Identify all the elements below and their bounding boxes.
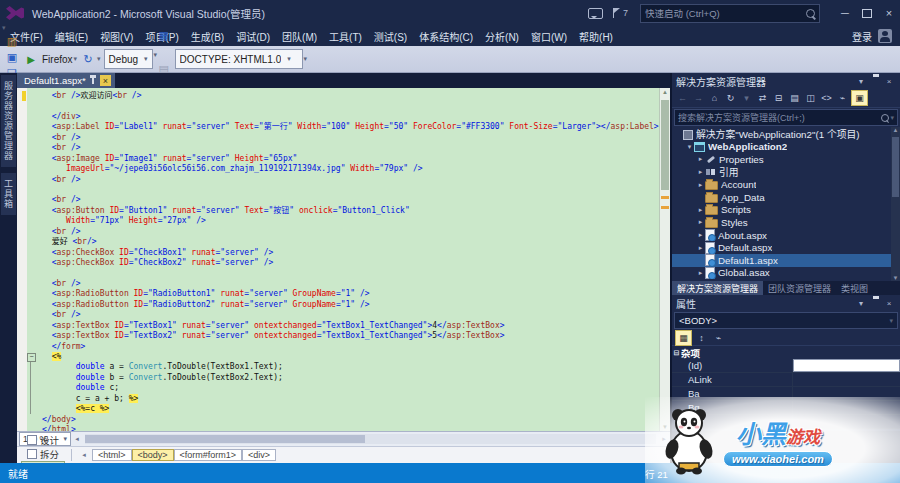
menu-item[interactable]: 视图(V) (94, 30, 139, 45)
dropdown-caret-icon[interactable]: ▾ (154, 51, 158, 58)
menu-item[interactable]: 工具(T) (323, 30, 368, 45)
close-button[interactable]: × (878, 4, 900, 22)
view-tab-拆分[interactable]: 拆分 (21, 447, 65, 461)
expander-icon[interactable]: ▾ (685, 143, 694, 151)
pin-icon[interactable] (92, 78, 94, 84)
breadcrumb-tag[interactable]: <html> (92, 449, 132, 461)
code-line[interactable] (42, 101, 659, 111)
refresh-icon[interactable]: ⇄ (755, 91, 770, 105)
maximize-button[interactable] (856, 4, 878, 22)
menu-item[interactable]: 团队(M) (276, 30, 323, 45)
expander-icon[interactable]: ▸ (696, 168, 705, 176)
home-icon[interactable]: ⌂ (707, 91, 722, 105)
element-selector-combo[interactable]: <BODY> ▾ (674, 312, 898, 329)
property-value[interactable] (793, 373, 900, 386)
tree-item[interactable]: ▸Default.aspx (672, 241, 900, 254)
code-line[interactable]: <br /> (42, 175, 659, 185)
document-tab[interactable]: Default1.aspx* × (17, 73, 115, 88)
code-line[interactable]: Width="71px" Height="27px" /> (42, 216, 659, 226)
categorized-icon[interactable]: ▦ (675, 330, 692, 346)
code-text[interactable]: <br />欢迎访问<br /> </div> <asp:Label ID="L… (36, 88, 659, 431)
code-line[interactable]: <asp:RadioButton ID="RadioButton1" runat… (42, 289, 659, 299)
menu-item[interactable]: 帮助(H) (573, 30, 619, 45)
quick-launch-input[interactable]: 快速启动 (Ctrl+Q) (640, 4, 820, 23)
property-row[interactable]: ALink (672, 373, 900, 387)
code-line[interactable]: </body> (42, 415, 659, 425)
horizontal-scrollbar[interactable] (85, 434, 656, 444)
property-pages-icon[interactable]: ⌁ (711, 331, 726, 345)
menu-item[interactable]: 编辑(E) (49, 30, 94, 45)
editor-vertical-scrollbar[interactable]: ▲ ▼ (659, 88, 670, 431)
code-line[interactable]: <% (42, 352, 659, 362)
collapse-region-icon[interactable]: − (27, 353, 36, 362)
solution-config-combo[interactable]: Debug ▾ (104, 49, 153, 69)
back-icon[interactable]: ← (675, 91, 690, 105)
tree-item[interactable]: ▸Scripts (672, 204, 900, 217)
code-line[interactable]: <asp:TextBox ID="TextBox2" runat="server… (42, 331, 659, 341)
code-line[interactable]: <asp:TextBox ID="TextBox1" runat="server… (42, 321, 659, 331)
doctype-combo[interactable]: DOCTYPE: XHTML1.0 ▾ (175, 49, 303, 69)
save-icon[interactable]: ▣ (4, 50, 20, 66)
start-debug-icon[interactable]: ▶ (23, 51, 39, 67)
scroll-up-icon[interactable]: ▲ (660, 89, 670, 95)
code-line[interactable]: <%=c %> (42, 404, 659, 414)
scrollbar-thumb[interactable] (661, 100, 669, 190)
collapse-all-icon[interactable]: ⊟ (771, 91, 786, 105)
breadcrumb-tag[interactable]: <body> (132, 449, 174, 461)
code-line[interactable]: <asp:CheckBox ID="CheckBox2" runat="serv… (42, 258, 659, 268)
code-line[interactable]: <br /> (42, 133, 659, 143)
code-line[interactable]: <br /> (42, 143, 659, 153)
code-line[interactable]: </div> (42, 112, 659, 122)
code-line[interactable]: <asp:Label ID="Label1" runat="server" Te… (42, 122, 659, 132)
tree-item[interactable]: ▾WebApplication2 (672, 141, 900, 154)
tree-item[interactable]: jepe03i56olc56i56.com_zhajm_119192171394… (672, 279, 900, 281)
scroll-left-icon[interactable]: ◂ (71, 435, 83, 443)
expander-icon[interactable]: ▸ (696, 181, 705, 189)
expander-icon[interactable]: ▸ (696, 269, 705, 277)
property-value[interactable] (793, 359, 900, 372)
feedback-icon[interactable] (588, 8, 603, 19)
code-line[interactable]: <br /> (42, 279, 659, 289)
panel-tab[interactable]: 类视图 (836, 281, 873, 295)
close-tab-icon[interactable]: × (100, 75, 111, 86)
code-line[interactable]: <asp:RadioButton ID="RadioButton2" runat… (42, 300, 659, 310)
code-line[interactable]: <asp:Button ID="Button1" runat="server" … (42, 206, 659, 216)
code-line[interactable]: </form> (42, 342, 659, 352)
breadcrumb-tag[interactable]: <div> (242, 449, 276, 461)
toolbox-tab[interactable]: 工具箱 (1, 173, 16, 215)
code-line[interactable]: <br /> (42, 195, 659, 205)
view-code-icon[interactable]: <> (819, 91, 834, 105)
pin-icon[interactable] (868, 299, 882, 308)
property-category-header[interactable]: ⊟ 杂项 (672, 346, 900, 359)
crumb-back-icon[interactable]: ◂ (78, 451, 90, 459)
view-tab-设计[interactable]: 设计 (21, 433, 65, 447)
caret-icon[interactable]: ▾ (739, 91, 754, 105)
code-line[interactable]: double b = Convert.ToDouble(TextBox2.Tex… (42, 373, 659, 383)
code-line[interactable]: 爱好 <br/> (42, 237, 659, 247)
menu-item[interactable]: 调试(D) (230, 30, 276, 45)
code-line[interactable] (42, 185, 659, 195)
menu-item[interactable]: 生成(B) (185, 30, 230, 45)
close-icon[interactable]: × (882, 299, 896, 308)
scrollbar-thumb[interactable] (85, 435, 365, 443)
server-explorer-tab[interactable]: 服务器资源管理器 (1, 75, 16, 167)
tree-item[interactable]: 解决方案"WebApplication2"(1 个项目) (672, 128, 900, 141)
sign-in-button[interactable]: 登录 (852, 29, 900, 44)
menu-item[interactable]: 测试(S) (368, 30, 413, 45)
tree-scrollbar[interactable]: ▲ ▼ (891, 127, 900, 281)
tree-item[interactable]: ▸About.aspx (672, 229, 900, 242)
menu-item[interactable]: 窗口(W) (525, 30, 573, 45)
refresh-icon[interactable]: ↻ (80, 51, 96, 67)
code-line[interactable]: <asp:Image ID="Image1" runat="server" He… (42, 154, 659, 164)
expander-icon[interactable]: ▸ (696, 244, 705, 252)
code-line[interactable]: double c; (42, 383, 659, 393)
chevron-down-icon[interactable]: ▾ (97, 55, 101, 63)
notifications-flag[interactable]: 7 (613, 8, 628, 18)
code-line[interactable]: <asp:CheckBox ID="CheckBox1" runat="serv… (42, 248, 659, 258)
menu-item[interactable]: 体系结构(C) (413, 30, 479, 45)
pin-icon[interactable] (868, 77, 882, 86)
expander-icon[interactable]: ▸ (696, 231, 705, 239)
scroll-down-icon[interactable]: ▼ (891, 275, 900, 281)
tree-item[interactable]: Default1.aspx (672, 254, 900, 267)
attach-process-icon[interactable]: ▦ (156, 27, 172, 43)
